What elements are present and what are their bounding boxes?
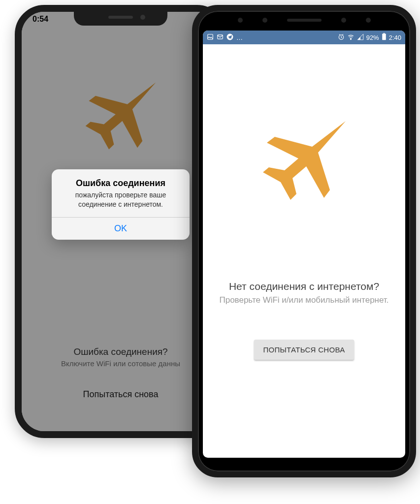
android-screen: … 92% 2:40 [203, 31, 405, 458]
alert-dialog: Ошибка соединения пожалуйста проверьте в… [52, 169, 190, 240]
iphone-screen: 0:54 Ошибка соединения? Включите WiFi ил… [22, 12, 220, 431]
iphone-notch [74, 11, 167, 26]
signal-icon [357, 33, 364, 42]
android-statusbar: … 92% 2:40 [203, 31, 405, 44]
error-title: Нет соединения с интернетом? [229, 281, 379, 292]
more-icon: … [236, 34, 243, 41]
android-sensors [198, 18, 410, 28]
image-icon [207, 33, 214, 42]
status-right: 92% 2:40 [338, 33, 401, 42]
retry-button[interactable]: ПОПЫТАТЬСЯ СНОВА [254, 340, 354, 360]
airplane-icon [255, 103, 354, 221]
battery-percent: 92% [366, 34, 379, 41]
mail-icon [217, 33, 224, 42]
telegram-icon [226, 33, 233, 42]
error-subtitle: Проверьте WiFi и/или мобильный интернет. [219, 295, 388, 305]
battery-icon [382, 33, 387, 42]
wifi-icon [347, 33, 355, 42]
alert-ok-button[interactable]: OK [52, 218, 190, 240]
alert-message: пожалуйста проверьте ваше соединение с и… [52, 190, 190, 217]
alert-title: Ошибка соединения [52, 169, 190, 190]
android-content: Нет соединения с интернетом? Проверьте W… [203, 44, 405, 458]
svg-point-4 [350, 38, 351, 39]
svg-rect-6 [383, 33, 385, 34]
svg-rect-5 [382, 34, 386, 40]
svg-rect-0 [208, 34, 213, 39]
status-left: … [207, 33, 243, 42]
status-time: 2:40 [389, 34, 401, 41]
android-device: … 92% 2:40 [192, 5, 416, 477]
alarm-icon [338, 33, 345, 42]
